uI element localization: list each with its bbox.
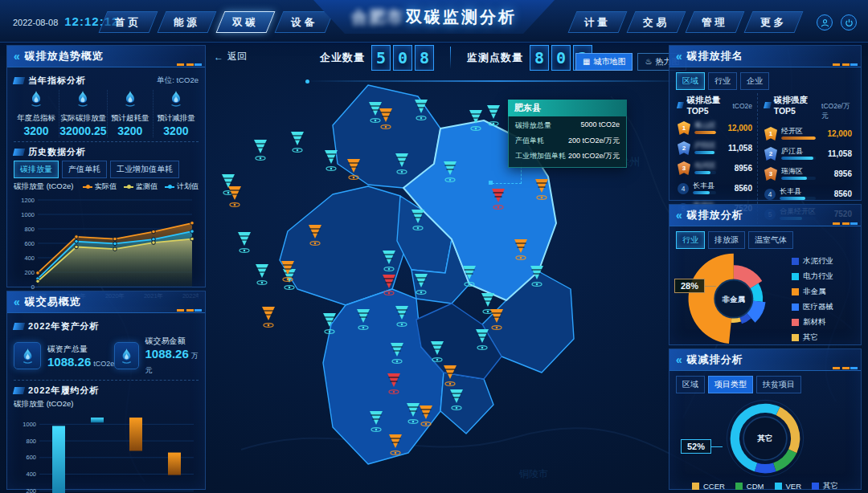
ranking-name: 经开区 (781, 128, 816, 136)
ranking-name: 长丰县 (780, 188, 816, 196)
ranking-row-mid: 蜀山区 (694, 122, 716, 135)
power-icon[interactable] (841, 14, 857, 31)
asset-stat: 碳交易金额1088.26万元 (114, 336, 199, 376)
ranking-row[interactable]: 3包河区8956 (678, 158, 752, 178)
panel-title: 碳排放分析 (687, 208, 743, 222)
trend-line-chart: 0200400600800100012002018年2019年2020年2021… (14, 192, 199, 304)
map-tooltip: 肥东县 碳排放总量5000 tCO2e产值单耗200 tCO2e/万元工业增加值… (508, 100, 627, 168)
legend-item: 计划值 (165, 181, 199, 192)
tab-扶贫项目[interactable]: 扶贫项目 (756, 376, 801, 393)
tab-区域[interactable]: 区域 (676, 72, 705, 90)
rank-number: 4 (678, 183, 689, 194)
nav-right: 计量交易管理更多 (572, 11, 799, 33)
map-marker-cyan[interactable] (238, 232, 251, 252)
svg-text:1000: 1000 (23, 421, 36, 428)
view-button-城市地图[interactable]: ▦城市地图 (575, 53, 633, 71)
header-dash (186, 309, 194, 312)
ranking-row[interactable]: 1蜀山区12,000 (678, 118, 752, 138)
tooltip-title: 肥东县 (508, 100, 627, 116)
chevrons-icon: « (676, 51, 682, 62)
top-header: 2022-08-08 12:12:12 首页能源双碳设备 合肥市 双碳监测分析 … (0, 0, 868, 43)
legend-swatch (792, 288, 799, 295)
section-bullet (677, 102, 684, 108)
nav-tab-首页[interactable]: 首页 (103, 11, 154, 33)
tab-工业增加值单耗[interactable]: 工业增加值单耗 (110, 161, 179, 178)
asset-stat-text: 碳资产总量1088.26tCO2e (47, 344, 114, 369)
ranking-name: 庐江县 (781, 148, 816, 156)
ranking-row[interactable]: 4长丰县8560 (764, 184, 852, 204)
tab-行业[interactable]: 行业 (708, 72, 737, 90)
counter-label: 监测点数量 (467, 51, 523, 65)
tab-区域[interactable]: 区域 (676, 376, 705, 393)
map-marker-cyan[interactable] (291, 132, 304, 152)
map-marker-cyan[interactable] (325, 150, 338, 170)
nav-tab-更多[interactable]: 更多 (748, 11, 799, 33)
ranking-row[interactable]: 3瑶海区8956 (764, 164, 852, 184)
asset-stat: 碳资产总量1088.26tCO2e (14, 336, 114, 376)
tab-行业[interactable]: 行业 (676, 231, 705, 249)
ranking-value: 8956 (820, 169, 852, 178)
emission-tabs: 行业排放源温室气体 (676, 231, 854, 249)
indicator-value: 3200 (14, 124, 59, 137)
nav-tab-管理[interactable]: 管理 (690, 11, 740, 33)
map-marker-orange[interactable] (262, 307, 275, 327)
map-marker-cyan[interactable] (256, 264, 268, 284)
svg-text:200: 200 (26, 487, 36, 493)
legend-label: 其它 (803, 332, 818, 343)
map-marker-cyan[interactable] (254, 140, 267, 160)
decorative-line (305, 80, 691, 82)
header-dash (842, 63, 850, 66)
tooltip-row-label: 碳排放总量 (515, 120, 551, 131)
nav-tab-能源[interactable]: 能源 (162, 11, 212, 33)
ranking-bar (694, 171, 716, 174)
indicator-stat: 年度总指标3200 (14, 90, 59, 137)
ranking-unit: tCO2e/万元 (821, 102, 852, 121)
nav-left: 首页能源双碳设备 (103, 11, 330, 33)
view-button-label: 城市地图 (593, 56, 625, 67)
panel-title: 碳排放排名 (687, 49, 743, 63)
nav-tab-label: 设备 (291, 17, 317, 28)
medal-icon: 1 (764, 127, 777, 141)
map-marker-cyan[interactable] (487, 105, 500, 125)
user-icon[interactable] (817, 14, 833, 31)
counter-group: 企业数量508 (320, 45, 434, 71)
ranking-unit: tCO2e (732, 102, 752, 110)
nav-tab-交易[interactable]: 交易 (631, 11, 682, 33)
section-bullet (13, 323, 25, 330)
ranking-row[interactable]: 1经开区12,000 (764, 124, 852, 144)
legend-label: 水泥行业 (803, 256, 833, 267)
legend-label: 电力行业 (803, 271, 833, 282)
legend-item: 电力行业 (792, 271, 833, 282)
nav-tab-设备[interactable]: 设备 (279, 11, 330, 33)
legend-item: 监测值 (124, 181, 158, 192)
tab-企业[interactable]: 企业 (740, 72, 769, 90)
ranking-name: 包河区 (694, 162, 716, 170)
ranking-value: 8560 (820, 189, 852, 198)
tab-项目类型[interactable]: 项目类型 (708, 376, 753, 393)
ranking-row[interactable]: 4长丰县8560 (678, 178, 752, 198)
svg-text:非金属: 非金属 (722, 295, 746, 304)
tab-碳排放量[interactable]: 碳排放量 (14, 161, 59, 178)
ranking-row-mid: 庐阳区 (694, 142, 716, 155)
tab-产值单耗[interactable]: 产值单耗 (62, 161, 107, 178)
panel-carbon-trade: « 碳交易概览 2022年资产分析 碳资产总量1088.26tCO2e碳交易金额… (6, 291, 206, 490)
divider (14, 380, 199, 381)
ranking-list-header: 碳排强度TOP5tCO2e/万元 (764, 95, 852, 121)
back-button[interactable]: ← 返回 (214, 50, 247, 63)
ranking-row[interactable]: 2庐江县11,058 (764, 144, 852, 164)
tab-排放源[interactable]: 排放源 (708, 231, 745, 249)
panel-title: 碳交易概览 (25, 295, 81, 309)
tab-温室气体[interactable]: 温室气体 (748, 231, 793, 249)
ranking-value: 8956 (720, 164, 752, 173)
tooltip-row: 产值单耗200 tCO2e/万元 (509, 133, 626, 149)
rose-callout: 28% (674, 279, 705, 293)
nav-tab-计量[interactable]: 计量 (572, 11, 623, 33)
ranking-row-mid: 瑶海区 (781, 168, 816, 181)
ranking-row[interactable]: 2庐阳区11,058 (678, 138, 752, 158)
svg-text:400: 400 (26, 471, 36, 478)
flame-badge (114, 342, 138, 369)
nav-tab-双碳[interactable]: 双碳 (220, 11, 271, 33)
map-marker-orange[interactable] (228, 186, 241, 206)
ranking-bar-fill (694, 151, 714, 154)
ranking-row-mid: 经开区 (781, 128, 816, 141)
